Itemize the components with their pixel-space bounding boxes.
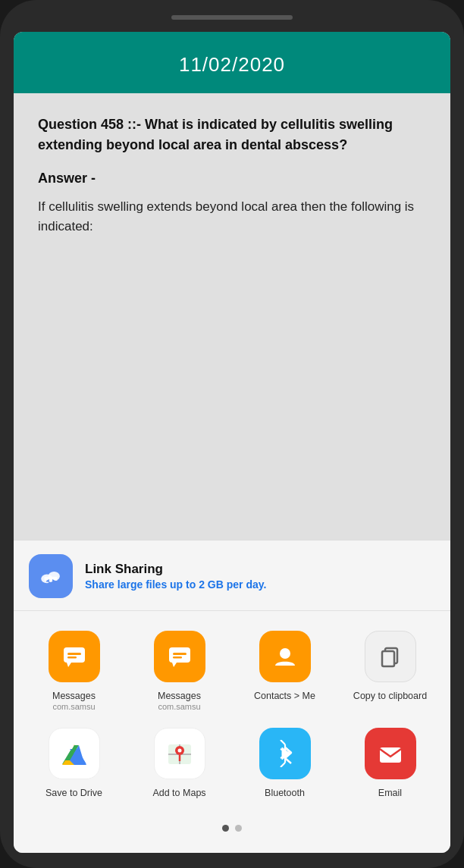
svg-marker-5 xyxy=(67,663,71,667)
app-messages-1[interactable]: Messages com.samsu xyxy=(21,623,127,720)
phone-notch xyxy=(171,15,293,20)
svg-rect-7 xyxy=(67,656,77,659)
phone-screen: 11/02/2020 Question 458 ::- What is indi… xyxy=(14,32,450,853)
svg-rect-11 xyxy=(173,656,182,659)
svg-marker-9 xyxy=(172,663,177,667)
header-date: 11/02/2020 xyxy=(14,53,450,77)
svg-line-28 xyxy=(281,740,285,744)
svg-point-12 xyxy=(280,648,290,659)
content-area: Question 458 ::- What is indicated by ce… xyxy=(14,93,450,540)
dot-1[interactable] xyxy=(222,825,229,832)
svg-rect-14 xyxy=(382,651,394,666)
share-sheet: Link Sharing Share large files up to 2 G… xyxy=(14,540,450,854)
messages-2-sublabel: com.samsu xyxy=(158,702,200,711)
answer-label: Answer - xyxy=(38,171,426,186)
contacts-label: Contacts > Me xyxy=(254,690,315,702)
phone-frame: 11/02/2020 Question 458 ::- What is indi… xyxy=(0,0,464,868)
bluetooth-icon xyxy=(259,728,311,779)
maps-label: Add to Maps xyxy=(152,787,205,799)
svg-rect-6 xyxy=(67,653,81,655)
maps-icon xyxy=(154,728,205,779)
drive-icon xyxy=(49,728,100,779)
link-sharing-subtitle: Share large files up to 2 GB per day. xyxy=(85,578,266,591)
app-grid: Messages com.samsu Messages com.sa xyxy=(14,611,450,816)
app-drive[interactable]: Save to Drive xyxy=(21,720,127,808)
email-icon xyxy=(365,728,416,779)
dot-2[interactable] xyxy=(235,825,242,832)
pagination-dots xyxy=(14,816,450,835)
link-subtitle-pre: Share large files up to xyxy=(85,578,199,591)
svg-rect-10 xyxy=(173,653,187,655)
svg-point-25 xyxy=(177,748,181,752)
app-messages-2[interactable]: Messages com.samsu xyxy=(127,623,232,720)
question-text: Question 458 ::- What is indicated by ce… xyxy=(38,114,426,155)
link-sharing-icon xyxy=(29,554,73,598)
svg-rect-29 xyxy=(380,747,401,763)
link-sharing-row[interactable]: Link Sharing Share large files up to 2 G… xyxy=(14,541,450,611)
app-bluetooth[interactable]: Bluetooth xyxy=(232,720,337,808)
messages-2-label: Messages xyxy=(158,690,201,702)
copy-icon xyxy=(365,631,416,682)
app-email[interactable]: Email xyxy=(337,720,443,808)
bluetooth-label: Bluetooth xyxy=(265,787,305,799)
link-size-highlight: 2 GB xyxy=(199,578,224,591)
email-label: Email xyxy=(378,787,402,799)
app-maps[interactable]: Add to Maps xyxy=(127,720,232,808)
link-text-block: Link Sharing Share large files up to 2 G… xyxy=(85,562,266,591)
messages-1-sublabel: com.samsu xyxy=(52,702,95,711)
link-subtitle-post: per day. xyxy=(224,578,267,591)
messages-1-icon xyxy=(49,631,100,682)
cloud-link-icon xyxy=(38,563,64,589)
copy-label: Copy to clipboard xyxy=(353,690,427,702)
answer-text: If cellulitis swelling extends beyond lo… xyxy=(38,197,426,237)
app-copy[interactable]: Copy to clipboard xyxy=(337,623,443,720)
drive-label: Save to Drive xyxy=(45,787,102,799)
link-sharing-title: Link Sharing xyxy=(85,562,266,577)
messages-1-label: Messages xyxy=(52,690,96,702)
app-contacts[interactable]: Contacts > Me xyxy=(232,623,337,720)
messages-2-icon xyxy=(154,631,205,682)
svg-line-27 xyxy=(281,763,285,767)
contacts-icon xyxy=(259,631,311,682)
app-header: 11/02/2020 xyxy=(14,32,450,93)
